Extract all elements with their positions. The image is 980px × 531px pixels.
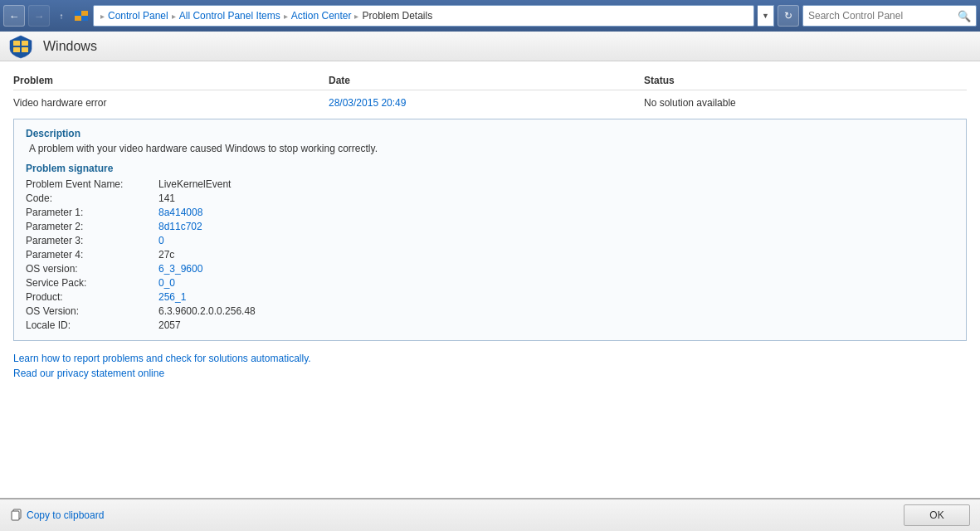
sig-label: Locale ID: xyxy=(26,319,158,332)
details-box: Description A problem with your video ha… xyxy=(13,119,967,341)
sig-label: Parameter 3: xyxy=(26,234,158,247)
toolbar: Windows xyxy=(0,32,980,61)
path-action-center[interactable]: Action Center xyxy=(291,10,352,22)
search-box: 🔍 xyxy=(802,5,977,27)
problem-row: Video hardware error 28/03/2015 20:49 No… xyxy=(13,95,967,114)
sig-value: LiveKernelEvent xyxy=(158,178,954,191)
sig-value[interactable]: 0 xyxy=(158,234,954,247)
svg-rect-5 xyxy=(22,41,28,46)
signature-grid: Problem Event Name:LiveKernelEvent Code:… xyxy=(26,178,954,332)
svg-rect-2 xyxy=(75,16,81,21)
search-icon[interactable]: 🔍 xyxy=(958,10,971,22)
sig-value: 2057 xyxy=(158,319,954,332)
svg-rect-9 xyxy=(12,511,19,520)
copy-icon xyxy=(10,509,23,522)
col-status: Status xyxy=(644,75,967,86)
sig-value: 6.3.9600.2.0.0.256.48 xyxy=(158,304,954,318)
copy-to-clipboard-button[interactable]: Copy to clipboard xyxy=(10,509,904,522)
address-path: ▸ Control Panel ▸ All Control Panel Item… xyxy=(93,5,754,27)
svg-rect-7 xyxy=(22,47,28,52)
col-date: Date xyxy=(329,75,644,86)
svg-rect-4 xyxy=(13,41,20,46)
sig-label: OS Version: xyxy=(26,304,158,318)
col-problem: Problem xyxy=(13,75,329,86)
path-problem-details: Problem Details xyxy=(362,10,432,22)
sig-label: Code: xyxy=(26,192,158,205)
action-link[interactable]: Read our privacy statement online xyxy=(13,368,967,379)
svg-rect-1 xyxy=(81,11,88,16)
sig-label: OS version: xyxy=(26,262,158,275)
sig-value: 27c xyxy=(158,248,954,261)
sig-value[interactable]: 256_1 xyxy=(158,290,954,304)
address-bar: ← → ↑ ▸ Control Panel ▸ All Control Pane… xyxy=(0,0,980,32)
main-content: Problem Date Status Video hardware error… xyxy=(0,61,980,498)
back-button[interactable]: ← xyxy=(3,5,25,27)
svg-rect-3 xyxy=(81,16,88,21)
sig-value[interactable]: 8a414008 xyxy=(158,206,954,219)
path-control-panel[interactable]: Control Panel xyxy=(108,10,168,22)
sig-value: 141 xyxy=(158,192,954,205)
sig-label: Parameter 4: xyxy=(26,248,158,261)
home-icon xyxy=(73,5,90,27)
ok-button[interactable]: OK xyxy=(904,504,970,526)
problem-signature-title: Problem signature xyxy=(26,163,954,174)
svg-rect-6 xyxy=(13,47,20,52)
path-all-items[interactable]: All Control Panel Items xyxy=(179,10,280,22)
sig-label: Parameter 2: xyxy=(26,220,158,233)
sig-label: Service Pack: xyxy=(26,276,158,290)
copy-label: Copy to clipboard xyxy=(27,509,104,521)
refresh-button[interactable]: ↻ xyxy=(778,5,799,27)
app-title: Windows xyxy=(43,39,97,54)
sig-label: Problem Event Name: xyxy=(26,178,158,191)
windows-logo xyxy=(8,34,33,59)
sig-value[interactable]: 0_0 xyxy=(158,276,954,290)
address-dropdown-button[interactable]: ▼ xyxy=(758,5,774,27)
forward-button[interactable]: → xyxy=(28,5,50,27)
problem-date: 28/03/2015 20:49 xyxy=(329,97,644,109)
svg-rect-0 xyxy=(75,11,81,16)
sig-value[interactable]: 8d11c702 xyxy=(158,220,954,233)
problem-value: Video hardware error xyxy=(13,97,329,109)
description-text: A problem with your video hardware cause… xyxy=(26,143,954,154)
links-section: Learn how to report problems and check f… xyxy=(13,349,967,386)
problem-table-header: Problem Date Status xyxy=(13,70,967,90)
sig-value[interactable]: 6_3_9600 xyxy=(158,262,954,275)
action-link[interactable]: Learn how to report problems and check f… xyxy=(13,353,967,364)
bottom-bar: Copy to clipboard OK xyxy=(0,498,980,531)
up-button[interactable]: ↑ xyxy=(53,5,70,27)
sig-label: Parameter 1: xyxy=(26,206,158,219)
search-input[interactable] xyxy=(808,10,954,22)
problem-status: No solution available xyxy=(644,97,967,109)
description-title: Description xyxy=(26,128,954,139)
sig-label: Product: xyxy=(26,290,158,304)
